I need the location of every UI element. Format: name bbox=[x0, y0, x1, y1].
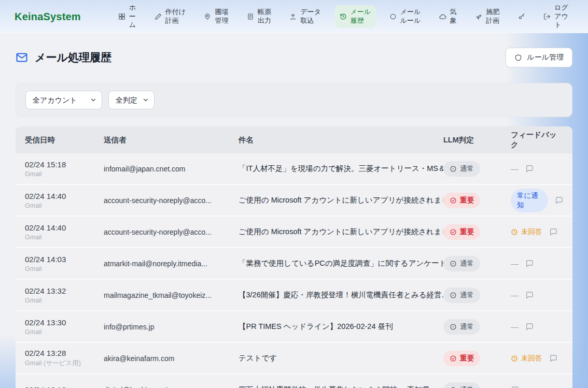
table-row[interactable]: 02/24 14:03 Gmail atmarkit-mail@noreply.… bbox=[16, 248, 572, 280]
comment-icon[interactable] bbox=[549, 354, 557, 363]
nav-item-field-management[interactable]: 圃場 管理 bbox=[199, 5, 233, 28]
logout-icon bbox=[543, 13, 551, 20]
comment-icon[interactable] bbox=[525, 165, 534, 173]
nav-item-home[interactable]: ホ ー ム bbox=[113, 1, 141, 33]
sprout-icon bbox=[475, 13, 482, 20]
subject-cell: 「IT人材不足」を現場の力で解決。三菱オートリース・MS＆AD... bbox=[239, 164, 443, 174]
nav-item-label: 作付け 計画 bbox=[165, 8, 186, 25]
received-datetime-cell: 02/24 13:28 Gmail (サービス用) bbox=[25, 349, 104, 368]
llm-judgment-badge: 通常 bbox=[443, 382, 480, 388]
table-row[interactable]: 02/24 15:18 Gmail infomail@japan.cnet.co… bbox=[16, 153, 572, 185]
document-icon bbox=[247, 13, 254, 20]
llm-judgment-badge: 通常 bbox=[443, 319, 480, 335]
sender-cell: mailmagazine_tkmail@toyokeiz... bbox=[104, 291, 239, 299]
nav-item-label: メール ルール bbox=[400, 8, 421, 25]
sender-cell: akira@keinafarm.com bbox=[104, 354, 239, 363]
main-navigation: ホ ー ム 作付け 計画 圃場 管理 帳票 出力 データ 取込 メール 履歴 メ… bbox=[113, 1, 573, 33]
received-datetime-cell: 02/24 14:40 Gmail bbox=[25, 192, 104, 209]
nav-item-label: 施肥 計画 bbox=[486, 8, 499, 25]
feedback-cell: — bbox=[511, 164, 563, 173]
page-title: メール処理履歴 bbox=[16, 50, 111, 65]
feedback-none: — bbox=[511, 322, 519, 331]
nav-item-label: ホ ー ム bbox=[129, 4, 136, 30]
sender-cell: info@prtimes.jp bbox=[104, 323, 239, 331]
feedback-cell: 未回答 bbox=[511, 227, 563, 237]
table-row[interactable]: 02/24 14:40 Gmail account-security-norep… bbox=[16, 185, 572, 217]
nav-item-label: 帳票 出力 bbox=[258, 8, 271, 25]
judgment-filter-select[interactable]: 全判定 bbox=[108, 91, 155, 109]
table-header-row: 受信日時 送信者 件名 LLM判定 フィードバック bbox=[16, 126, 572, 153]
llm-judgment-badge: 通常 bbox=[443, 288, 480, 303]
comment-icon[interactable] bbox=[525, 260, 534, 268]
table-row[interactable]: 02/24 13:32 Gmail mailmagazine_tkmail@to… bbox=[16, 280, 572, 311]
nav-item-label: 気 象 bbox=[450, 8, 457, 25]
comment-icon[interactable] bbox=[511, 386, 519, 388]
cloud-icon bbox=[439, 13, 446, 20]
mail-icon bbox=[16, 51, 28, 64]
upload-icon bbox=[289, 13, 297, 20]
table-row[interactable]: 02/24 13:30 Gmail info@prtimes.jp 【PR TI… bbox=[16, 311, 572, 343]
column-header-subject: 件名 bbox=[239, 135, 443, 145]
mail-history-table: 受信日時 送信者 件名 LLM判定 フィードバック 02/24 15:18 Gm… bbox=[16, 126, 572, 388]
subject-cell: 【3/26開催】慶応・岸教授登壇！横川電機責任者とみる経営... bbox=[239, 290, 443, 300]
nav-item-label: 圃場 管理 bbox=[215, 8, 228, 25]
nav-item-label: メール 履歴 bbox=[351, 8, 371, 25]
feedback-cell: 未回答 bbox=[511, 354, 563, 363]
received-datetime-cell: 02/24 14:40 Gmail bbox=[25, 223, 104, 241]
comment-icon[interactable] bbox=[549, 228, 557, 236]
comment-icon[interactable] bbox=[525, 323, 534, 331]
nav-item-planting-plan[interactable]: 作付け 計画 bbox=[149, 5, 191, 28]
table-row[interactable]: 02/24 14:40 Gmail account-security-norep… bbox=[16, 217, 572, 248]
feedback-cell bbox=[511, 386, 563, 388]
nav-item-logout[interactable]: ログ アウ ト bbox=[538, 1, 573, 33]
column-header-datetime: 受信日時 bbox=[25, 135, 104, 145]
nav-item-api-key[interactable] bbox=[513, 10, 530, 23]
column-header-llm-judgment: LLM判定 bbox=[443, 135, 511, 145]
grid-icon bbox=[118, 13, 125, 20]
llm-judgment-badge: 通常 bbox=[443, 256, 480, 271]
llm-judgment-badge: 重要 bbox=[443, 351, 480, 366]
nav-item-mail-rules[interactable]: メール ルール bbox=[384, 5, 426, 28]
feedback-cell: — bbox=[511, 259, 563, 268]
feedback-cell: — bbox=[511, 322, 563, 331]
shield-icon bbox=[514, 54, 522, 62]
account-filter-select[interactable]: 全アカウント bbox=[25, 91, 102, 109]
circle-icon bbox=[389, 13, 397, 20]
feedback-always-notify-badge: 常に通知 bbox=[511, 189, 548, 212]
table-body: 02/24 15:18 Gmail infomail@japan.cnet.co… bbox=[16, 153, 572, 388]
nav-item-weather[interactable]: 気 象 bbox=[434, 5, 462, 28]
nav-item-label: データ 取込 bbox=[300, 8, 321, 25]
feedback-none: — bbox=[511, 164, 519, 173]
nav-item-fertilizer-plan[interactable]: 施肥 計画 bbox=[470, 5, 505, 28]
nav-item-mail-history[interactable]: メール 履歴 bbox=[334, 5, 376, 28]
feedback-none: — bbox=[511, 291, 519, 299]
history-icon bbox=[340, 13, 347, 20]
top-navbar: KeinaSystem ホ ー ム 作付け 計画 圃場 管理 帳票 出力 データ… bbox=[0, 0, 588, 33]
subject-cell: ご使用の Microsoft アカウントに新しいアプリが接続されました bbox=[239, 227, 443, 237]
feedback-none: — bbox=[511, 259, 519, 268]
comment-icon[interactable] bbox=[555, 196, 563, 205]
nav-item-data-import[interactable]: データ 取込 bbox=[284, 5, 326, 28]
llm-judgment-badge: 重要 bbox=[443, 193, 480, 208]
sender-cell: infomail@japan.cnet.com bbox=[104, 165, 239, 173]
table-row[interactable]: 02/24 13:28 Gmail (サービス用) akira@keinafar… bbox=[16, 343, 572, 375]
received-datetime-cell: 02/24 13:30 Gmail bbox=[25, 318, 104, 336]
key-icon bbox=[518, 13, 525, 20]
brand-logo[interactable]: KeinaSystem bbox=[15, 11, 81, 23]
column-header-feedback: フィードバック bbox=[511, 130, 563, 150]
sender-cell: digital@kochinews.jp bbox=[104, 386, 239, 388]
nav-item-label: ログ アウ ト bbox=[554, 4, 568, 30]
main-content: メール処理履歴 ルール管理 全アカウント 全判定 受信日時 送信者 件名 LLM… bbox=[0, 33, 588, 388]
pin-icon bbox=[204, 13, 211, 20]
comment-icon[interactable] bbox=[525, 291, 534, 299]
nav-item-report-output[interactable]: 帳票 出力 bbox=[242, 5, 276, 28]
received-datetime-cell: 02/24 15:18 Gmail bbox=[25, 160, 104, 178]
feedback-unanswered: 未回答 bbox=[511, 354, 542, 363]
feedback-cell: — bbox=[511, 291, 563, 299]
pencil-icon bbox=[155, 13, 162, 20]
subject-cell: ご使用の Microsoft アカウントに新しいアプリが接続されました bbox=[239, 195, 443, 205]
rule-management-button[interactable]: ルール管理 bbox=[506, 48, 572, 67]
feedback-cell: 常に通知 bbox=[511, 189, 563, 212]
table-row[interactable]: 02/24 12:10 digital@kochinews.jp 四万十福祉専門… bbox=[16, 375, 572, 388]
received-datetime-cell: 02/24 12:10 bbox=[25, 385, 104, 388]
